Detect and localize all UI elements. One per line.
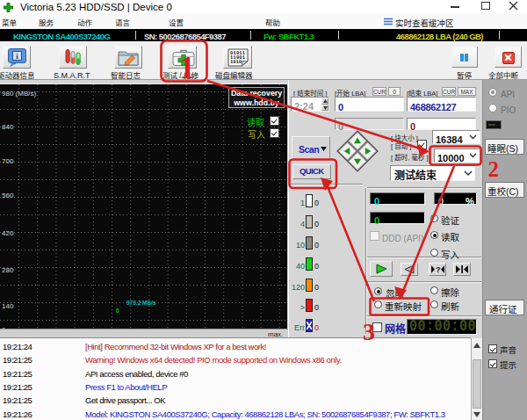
svg-text:1010: 1010 <box>230 60 242 65</box>
svg-text:?: ? <box>436 265 441 274</box>
